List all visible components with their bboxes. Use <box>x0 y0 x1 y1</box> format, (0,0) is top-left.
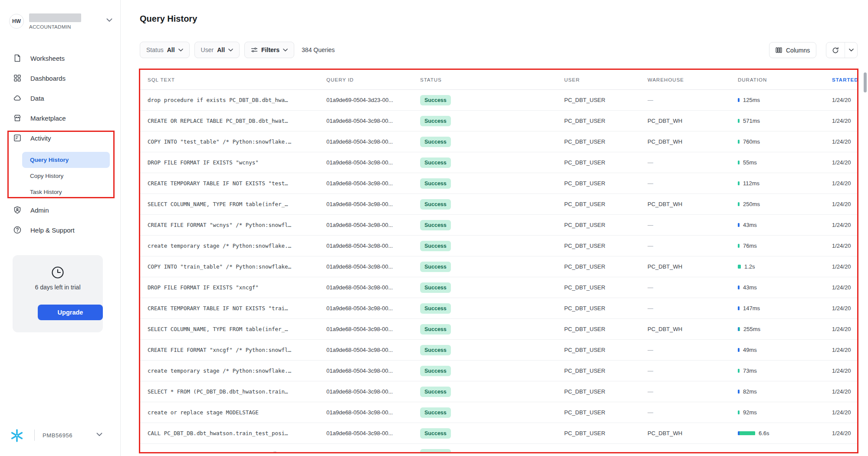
cell-started: 1/24/20 <box>832 347 857 353</box>
cell-sql-text: drop procedure if exists PC_DBT_DB.dbt_h… <box>140 97 326 103</box>
table-row[interactable]: CALL PC_DBT_DB.dbt_hwatson.train_test_po… <box>140 423 857 444</box>
admin-shield-icon <box>13 206 22 214</box>
sidebar-item-data[interactable]: Data <box>0 88 121 108</box>
table-row[interactable]: COPY INTO "train_table" /* Python:snowfl… <box>140 256 857 277</box>
cell-status: Success <box>420 157 564 168</box>
cell-warehouse: PC_DBT_WH <box>648 118 738 124</box>
chevron-down-icon[interactable] <box>845 43 857 58</box>
filters-dropdown[interactable]: Filters <box>244 42 294 58</box>
avatar: HW <box>9 14 24 29</box>
table-row[interactable]: CREATE OR REPLACE TABLE PC_DBT_DB.dbt_hw… <box>140 111 857 131</box>
sidebar-item-dashboards[interactable]: Dashboards <box>0 68 121 88</box>
cell-started: 1/24/20 <box>832 326 857 332</box>
cell-warehouse: — <box>648 243 738 249</box>
duration-label: 43ms <box>743 284 757 291</box>
cell-warehouse: — <box>648 367 738 374</box>
table-row[interactable]: CREATE FILE FORMAT "xncgf" /* Python:sno… <box>140 340 857 361</box>
cell-user: PC_DBT_USER <box>564 451 648 453</box>
table-row[interactable]: COPY INTO "test_table" /* Python:snowfla… <box>140 131 857 152</box>
duration-label: 147ms <box>743 305 760 312</box>
cell-query-id: 01a9de68-0504-3c98-00... <box>326 263 420 270</box>
cell-status: Success <box>420 449 564 453</box>
table-row[interactable]: create temporary stage /* Python:snowfla… <box>140 236 857 256</box>
cell-warehouse: PC_DBT_WH <box>648 201 738 207</box>
sidebar-item-activity[interactable]: Activity <box>0 128 121 148</box>
table-row[interactable]: SELECT COLUMN_NAME, TYPE FROM table(infe… <box>140 319 857 340</box>
user-filter-dropdown[interactable]: User All <box>194 42 240 58</box>
column-header-warehouse[interactable]: WAREHOUSE <box>648 77 738 82</box>
columns-button[interactable]: Columns <box>769 42 816 58</box>
column-header-query-id[interactable]: QUERY ID <box>326 77 420 82</box>
cell-query-id: 01a9de68-0504-3c98-00... <box>326 138 420 145</box>
cell-sql-text: COPY INTO "test_table" /* Python:snowfla… <box>140 138 326 145</box>
account-role: ACCOUNTADMIN <box>29 24 71 30</box>
duration-bar <box>738 431 755 435</box>
cell-status: Success <box>420 428 564 439</box>
table-row[interactable]: DROP FILE FORMAT IF EXISTS "xncgf" 01a9d… <box>140 277 857 298</box>
column-header-duration[interactable]: DURATION <box>738 77 832 82</box>
table-row[interactable]: CREATE FILE FORMAT "wcnys" /* Python:sno… <box>140 215 857 236</box>
account-id: PMB56956 <box>43 432 72 439</box>
cell-started: 1/24/20 <box>832 222 857 228</box>
table-row[interactable]: CREATE TEMPORARY TABLE IF NOT EXISTS "te… <box>140 173 857 194</box>
sidebar-item-task-history[interactable]: Task History <box>22 184 110 200</box>
status-filter-value: All <box>167 46 175 53</box>
cell-status: Success <box>420 407 564 418</box>
cell-user: PC_DBT_USER <box>564 326 648 332</box>
upgrade-button[interactable]: Upgrade <box>38 305 103 320</box>
cell-query-id: 01a9de68-0504-3c98-00... <box>326 243 420 249</box>
chevron-down-icon <box>178 49 183 52</box>
column-header-status[interactable]: STATUS <box>420 77 564 82</box>
cell-status: Success <box>420 95 564 105</box>
sidebar-item-help[interactable]: Help & Support <box>0 220 121 240</box>
cell-status: Success <box>420 199 564 210</box>
filters-toolbar: Status All User All Filters 384 Queries <box>140 42 335 58</box>
sidebar-item-marketplace[interactable]: Marketplace <box>0 108 121 128</box>
table-row[interactable]: CREATE OR REPLACE PROCEDURE PC_DBT_DB.db… <box>140 444 857 453</box>
cell-warehouse: — <box>648 409 738 416</box>
account-switcher[interactable]: HW ACCOUNTADMIN <box>9 13 113 32</box>
sidebar-item-copy-history[interactable]: Copy History <box>22 168 110 184</box>
cell-started: 1/24/20 <box>832 284 857 291</box>
cell-query-id: 01a9de68-0504-3c98-00... <box>326 222 420 228</box>
cell-duration: 55ms <box>738 159 832 166</box>
table-row[interactable]: SELECT * FROM (PC_DBT_DB.dbt_hwatson.tra… <box>140 381 857 402</box>
table-row[interactable]: create or replace stage MODELSTAGE 01a9d… <box>140 402 857 423</box>
cell-warehouse: — <box>648 222 738 228</box>
table-row[interactable]: drop procedure if exists PC_DBT_DB.dbt_h… <box>140 90 857 111</box>
status-filter-dropdown[interactable]: Status All <box>140 42 190 58</box>
status-badge: Success <box>420 324 451 335</box>
table-row[interactable]: DROP FILE FORMAT IF EXISTS "wcnys" 01a9d… <box>140 152 857 173</box>
sidebar-item-label: Help & Support <box>30 226 75 234</box>
column-header-user[interactable]: USER <box>564 77 648 82</box>
table-row[interactable]: CREATE TEMPORARY TABLE IF NOT EXISTS "tr… <box>140 298 857 319</box>
cell-query-id: 01a9de68-0504-3c98-00... <box>326 409 420 416</box>
cell-sql-text: CREATE TEMPORARY TABLE IF NOT EXISTS "tr… <box>140 305 326 312</box>
sidebar-item-worksheets[interactable]: Worksheets <box>0 48 121 68</box>
chevron-down-icon[interactable] <box>96 433 102 436</box>
duration-label: 112ms <box>743 180 760 187</box>
column-header-started[interactable]: STARTED <box>832 77 857 82</box>
table-row[interactable]: create temporary stage /* Python:snowfla… <box>140 361 857 381</box>
cell-user: PC_DBT_USER <box>564 138 648 145</box>
cell-warehouse: PC_DBT_WH <box>648 451 738 453</box>
refresh-icon[interactable] <box>826 43 845 58</box>
status-badge: Success <box>420 137 451 147</box>
vertical-scrollbar[interactable] <box>864 72 867 92</box>
duration-label: 73ms <box>743 367 757 374</box>
cell-status: Success <box>420 241 564 251</box>
sidebar-item-query-history[interactable]: Query History <box>22 152 110 168</box>
cell-user: PC_DBT_USER <box>564 118 648 124</box>
sidebar-item-admin[interactable]: Admin <box>0 200 121 220</box>
column-header-sql-text[interactable]: SQL TEXT <box>140 77 326 82</box>
duration-label: 760ms <box>743 138 760 145</box>
table-row[interactable]: SELECT COLUMN_NAME, TYPE FROM table(infe… <box>140 194 857 215</box>
cell-query-id: 01a9de68-0504-3c98-00... <box>326 284 420 291</box>
cell-status: Success <box>420 262 564 272</box>
duration-bar <box>738 452 776 453</box>
cell-query-id: 01a9de68-0504-3c74-00... <box>326 451 420 453</box>
cell-started: 1/24/20 <box>832 430 857 436</box>
trial-card: 6 days left in trial Upgrade <box>13 255 103 332</box>
duration-label: 76ms <box>743 243 757 249</box>
duration-bar <box>738 223 740 227</box>
